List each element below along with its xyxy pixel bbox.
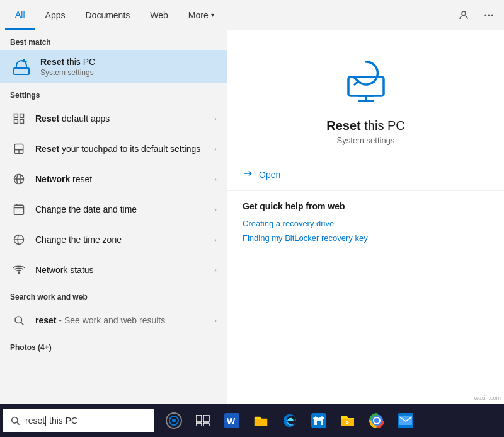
reset-touchpad-icon [10, 140, 28, 158]
chevron-down-icon: ▾ [211, 11, 214, 18]
taskbar-cursor [45, 416, 46, 426]
right-panel: Reset this PC System settings Open Get q… [227, 30, 504, 404]
svg-rect-35 [203, 423, 209, 426]
more-label: More [188, 10, 209, 20]
chevron-right-icon-7: › [214, 317, 217, 324]
chevron-right-icon-6: › [214, 266, 217, 274]
svg-rect-4 [14, 68, 29, 74]
svg-line-28 [17, 422, 20, 425]
settings-text-date-time: Change the date and time [35, 204, 214, 214]
detail-actions: Open [227, 158, 504, 191]
taskbar-store-button[interactable] [305, 407, 333, 434]
taskbar-explorer-button[interactable] [247, 407, 275, 434]
svg-point-3 [491, 14, 493, 16]
help-link-1[interactable]: Creating a recovery drive [243, 219, 489, 228]
best-match-item[interactable]: Reset this PC System settings [0, 50, 227, 83]
detail-header: Reset this PC System settings [227, 30, 504, 158]
svg-rect-7 [14, 120, 18, 124]
taskbar-explorer2-button[interactable] [334, 407, 362, 434]
taskbar-placeholder-text: this PC [47, 416, 77, 426]
reset-pc-icon [10, 55, 33, 78]
nav-icon-group [454, 5, 499, 25]
chevron-right-icon-2: › [214, 145, 217, 153]
ellipsis-icon [483, 9, 495, 21]
open-label: Open [259, 170, 280, 180]
taskbar-cortana-button[interactable] [160, 407, 188, 434]
detail-title: Reset this PC [326, 119, 405, 133]
watermark: woxin.com [472, 394, 503, 402]
settings-item-date-time[interactable]: Change the date and time › [0, 194, 227, 224]
chevron-right-icon-5: › [214, 236, 217, 243]
detail-subtitle: System settings [337, 136, 395, 145]
cortana-icon [165, 412, 183, 429]
svg-point-0 [462, 11, 466, 15]
tab-more[interactable]: More ▾ [178, 0, 224, 30]
svg-point-31 [172, 419, 176, 422]
taskbar-word-button[interactable]: W [218, 407, 246, 434]
settings-text-network-status: Network status [35, 265, 214, 275]
search-web-icon [10, 312, 28, 329]
taskbar-search-icon [10, 416, 20, 426]
taskbar-mail-button[interactable] [392, 407, 420, 434]
web-search-item[interactable]: reset - See work and web results › [0, 305, 227, 335]
taskbar: reset this PC W [0, 404, 504, 437]
tab-apps[interactable]: Apps [35, 0, 76, 30]
settings-text-reset-touchpad: Reset your touchpad to its default setti… [35, 144, 214, 154]
svg-point-21 [15, 317, 22, 323]
settings-item-network-status[interactable]: Network status › [0, 255, 227, 285]
svg-rect-15 [14, 205, 24, 214]
settings-item-reset-touchpad[interactable]: Reset your touchpad to its default setti… [0, 134, 227, 164]
taskbar-taskview-button[interactable] [189, 407, 217, 434]
nav-tabs: All Apps Documents Web More ▾ [5, 0, 224, 30]
edge-icon [282, 413, 297, 428]
chevron-right-icon-3: › [214, 175, 217, 183]
settings-item-network-reset[interactable]: Network reset › [0, 164, 227, 194]
svg-rect-23 [348, 77, 384, 96]
word-icon: W [224, 413, 239, 428]
help-section: Get quick help from web Creating a recov… [227, 191, 504, 258]
taskbar-edge-button[interactable] [276, 407, 304, 434]
svg-rect-34 [196, 423, 202, 426]
store-icon [311, 413, 326, 428]
svg-rect-32 [196, 415, 202, 422]
settings-text-network-reset: Network reset [35, 174, 214, 184]
tab-all[interactable]: All [5, 0, 35, 30]
tab-web[interactable]: Web [140, 0, 178, 30]
best-match-title-bold: Reset [40, 57, 64, 67]
settings-label: Settings [0, 83, 227, 103]
best-match-title-rest: this PC [64, 57, 95, 67]
network-reset-icon [10, 170, 28, 188]
settings-text-timezone: Change the time zone [35, 235, 214, 245]
person-icon [458, 9, 469, 21]
help-link-2[interactable]: Finding my BitLocker recovery key [243, 233, 489, 243]
svg-point-46 [374, 418, 379, 423]
ellipsis-icon-button[interactable] [479, 5, 499, 25]
svg-point-20 [18, 272, 20, 274]
chrome-icon [369, 413, 384, 428]
chevron-right-icon: › [214, 115, 217, 122]
help-title: Get quick help from web [243, 201, 489, 211]
settings-item-timezone[interactable]: Change the time zone › [0, 224, 227, 255]
svg-point-27 [12, 417, 18, 423]
search-web-label: Search work and web [0, 285, 227, 305]
best-match-title: Reset this PC [40, 57, 217, 67]
tab-documents[interactable]: Documents [75, 0, 140, 30]
open-icon [243, 168, 253, 180]
svg-rect-5 [14, 114, 18, 118]
taskbar-chrome-button[interactable] [363, 407, 391, 434]
person-icon-button[interactable] [454, 5, 474, 25]
task-view-icon [196, 415, 210, 426]
taskbar-typed-text: reset [25, 416, 45, 426]
main-layout: Best match Reset this PC System settings… [0, 30, 504, 404]
web-search-text: reset - See work and web results [35, 315, 214, 325]
open-action[interactable]: Open [243, 168, 489, 180]
svg-rect-33 [203, 415, 209, 422]
svg-point-1 [484, 14, 486, 16]
taskbar-search-box[interactable]: reset this PC [3, 409, 154, 432]
svg-rect-8 [20, 120, 24, 124]
settings-item-reset-default-apps[interactable]: Reset default apps › [0, 103, 227, 134]
photos-label: Photos (4+) [0, 335, 227, 356]
svg-line-22 [21, 322, 23, 325]
left-panel: Best match Reset this PC System settings… [0, 30, 227, 404]
svg-point-2 [488, 14, 490, 16]
